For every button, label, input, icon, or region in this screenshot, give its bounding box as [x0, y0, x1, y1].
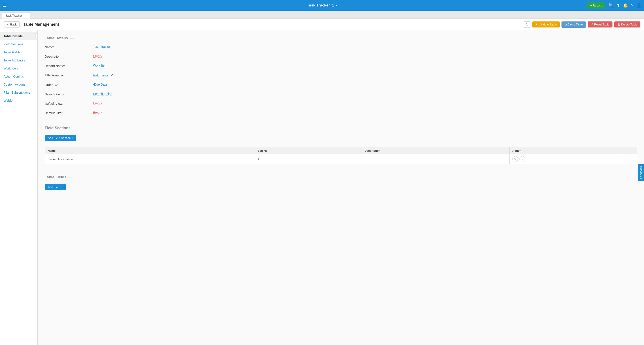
detail-row-description: Description: Empty	[45, 54, 637, 58]
detail-row-default-filter: Default Filter: Empty	[45, 111, 637, 115]
col-header-description: Description	[362, 147, 510, 154]
label-default-filter: Default Filter:	[45, 111, 90, 115]
field-sections-title-text: Field Sections	[45, 126, 70, 130]
sidebar-item-field-sections[interactable]: Field Sections	[0, 40, 37, 48]
value-search-fields: Search Fields	[93, 92, 112, 96]
tab-close-icon[interactable]: ✕	[24, 14, 26, 17]
action-icons: ✎ ✕	[512, 156, 634, 162]
label-record-name: Record Name:	[45, 64, 90, 68]
field-sections-collapse-icon[interactable]: —	[72, 126, 76, 130]
task-tracker-tab[interactable]: Task Tracker ✕	[2, 12, 30, 18]
tab-bar: Task Tracker ✕ +	[0, 11, 644, 19]
sidebar: ‹ Table Details Field Sections Table Fie…	[0, 30, 38, 345]
tab-add-button[interactable]: +	[30, 14, 36, 18]
value-description: Empty	[93, 54, 102, 58]
table-fields-section-title: Table Fields —	[45, 175, 637, 179]
default-view-link[interactable]: Empty	[93, 101, 102, 105]
detail-row-order-by: Order By: -Due Date	[45, 83, 637, 87]
app-title: Task Tracker_1 ▾	[307, 3, 337, 7]
cell-name: System Information	[45, 154, 255, 164]
field-sections-section-title: Field Sections —	[45, 126, 637, 130]
field-sections-header-row: Add Field Section +	[45, 135, 637, 144]
table-fields-collapse-icon[interactable]: —	[68, 175, 72, 179]
label-title-formula: Title Formula:	[45, 73, 90, 77]
upload-icon[interactable]: ⬆	[616, 3, 620, 8]
detail-row-name: Name: Task Tracker	[45, 45, 637, 49]
top-nav-right-actions: + Record 🔍 ⬆ 🔔 ? 👤	[587, 2, 641, 8]
user-icon[interactable]: 👤	[636, 3, 641, 8]
default-filter-link[interactable]: Empty	[93, 111, 102, 114]
title-formula-link[interactable]: task_name	[93, 73, 108, 77]
order-by-link[interactable]: -Due Date	[93, 83, 107, 86]
verified-icon: ✔	[110, 73, 113, 77]
value-default-filter: Empty	[93, 111, 102, 114]
validate-table-button[interactable]: ✦ Validate Table	[532, 21, 560, 27]
reset-table-button[interactable]: ↺ Reset Table	[588, 21, 612, 27]
sidebar-item-filter-subscriptions[interactable]: Filter Subscriptions	[0, 88, 37, 96]
help-icon[interactable]: ?	[631, 3, 633, 8]
col-header-name: Name	[45, 147, 255, 154]
table-row: System Information 1 ✎ ✕	[45, 154, 637, 164]
notification-icon[interactable]: 🔔	[623, 3, 628, 8]
label-description: Description:	[45, 54, 90, 58]
value-record-name: Work Item	[93, 64, 107, 67]
content-area: Table Details — Name: Task Tracker Descr…	[38, 30, 644, 345]
sidebar-item-webform[interactable]: Webform	[0, 96, 37, 105]
value-order-by: -Due Date	[93, 83, 107, 86]
sidebar-item-custom-actions[interactable]: Custom Actions	[0, 80, 37, 88]
add-field-button[interactable]: Add Field +	[45, 184, 66, 190]
label-search-fields: Search Fields:	[45, 92, 90, 96]
app-title-text: Task Tracker_1	[307, 3, 334, 7]
table-details-collapse-icon[interactable]: —	[70, 36, 74, 40]
clone-table-button[interactable]: ⧉ Clone Table	[562, 21, 586, 28]
edit-icon-button[interactable]: ✎	[512, 156, 518, 162]
search-icon[interactable]: 🔍	[608, 3, 613, 8]
field-sections-table: Name Seq No Description Action System In…	[45, 147, 637, 164]
menu-icon[interactable]: ☰	[3, 3, 6, 8]
delete-table-button[interactable]: 🗑 Delete Table	[614, 21, 640, 27]
toolbar: ← Back Table Management ↻ ✦ Validate Tab…	[0, 19, 644, 30]
sidebar-item-action-configs[interactable]: Action Configs	[0, 72, 37, 80]
search-fields-link[interactable]: Search Fields	[93, 92, 112, 96]
back-button[interactable]: ← Back	[4, 21, 20, 27]
cell-seq-no: 1	[255, 154, 362, 164]
delete-icon-button[interactable]: ✕	[520, 156, 525, 162]
detail-row-record-name: Record Name: Work Item	[45, 64, 637, 68]
table-fields-title-text: Table Fields	[45, 175, 66, 179]
cell-action: ✎ ✕	[510, 154, 637, 164]
sidebar-item-table-attributes[interactable]: Table Attributes	[0, 56, 37, 64]
detail-row-search-fields: Search Fields: Search Fields	[45, 92, 637, 96]
tab-label: Task Tracker	[6, 14, 22, 17]
label-name: Name:	[45, 45, 90, 49]
main-layout: ‹ Table Details Field Sections Table Fie…	[0, 30, 644, 345]
value-title-formula: task_name ✔	[93, 73, 113, 77]
add-field-section-button[interactable]: Add Field Section +	[45, 135, 76, 141]
value-name: Task Tracker	[93, 45, 111, 48]
table-details-section-title: Table Details —	[45, 36, 637, 40]
sidebar-item-workflows[interactable]: Workflows	[0, 64, 37, 72]
add-record-button[interactable]: + Record	[587, 2, 605, 8]
detail-row-default-view: Default View: Empty	[45, 101, 637, 105]
page-title: Table Management	[23, 22, 59, 27]
name-link[interactable]: Task Tracker	[93, 45, 111, 48]
detail-row-title-formula: Title Formula: task_name ✔	[45, 73, 637, 77]
table-fields-header-row: Add Field +	[45, 184, 637, 194]
toolbar-right-buttons: ↻ ✦ Validate Table ⧉ Clone Table ↺ Reset…	[524, 21, 640, 28]
feedback-tab[interactable]: Feedback	[638, 164, 644, 181]
record-name-link[interactable]: Work Item	[93, 64, 107, 67]
app-title-dropdown-icon[interactable]: ▾	[336, 4, 337, 7]
sidebar-item-table-details[interactable]: Table Details	[0, 32, 37, 40]
col-header-seq-no: Seq No	[255, 147, 362, 154]
top-nav: ☰ Task Tracker_1 ▾ + Record 🔍 ⬆ 🔔 ? 👤	[0, 0, 644, 11]
label-default-view: Default View:	[45, 101, 90, 105]
description-link[interactable]: Empty	[93, 54, 102, 58]
value-default-view: Empty	[93, 101, 102, 105]
cell-description	[362, 154, 510, 164]
table-details-title-text: Table Details	[45, 36, 68, 40]
sidebar-item-table-fields[interactable]: Table Fields	[0, 48, 37, 56]
col-header-action: Action	[510, 147, 637, 154]
refresh-button[interactable]: ↻	[524, 21, 530, 28]
label-order-by: Order By:	[45, 83, 90, 87]
